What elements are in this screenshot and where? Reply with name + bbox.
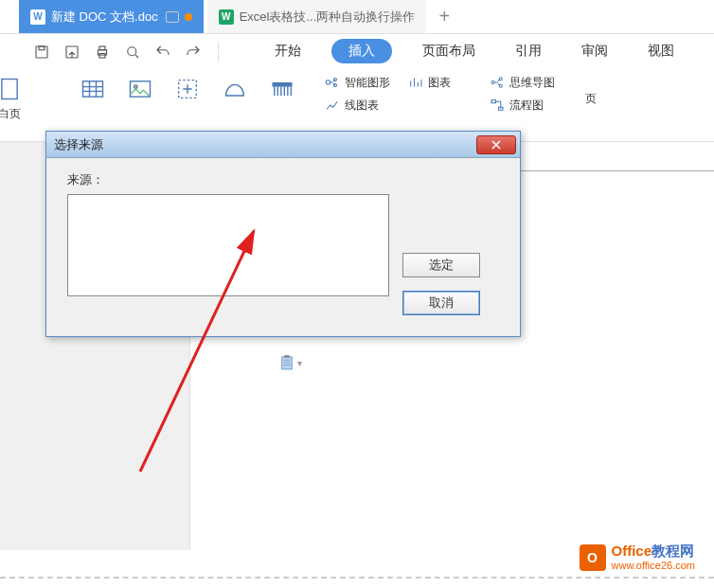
svg-rect-0 [36,46,47,58]
menu-reference[interactable]: 引用 [506,39,551,63]
watermark-title: Office教程网 [612,543,695,560]
ribbon-table[interactable] [78,74,108,104]
tab-label: Excel表格技...两种自动换行操作 [240,9,416,26]
menu-layout[interactable]: 页面布局 [413,39,485,63]
tab-bar: W 新建 DOC 文档.doc W Excel表格技...两种自动换行操作 + [0,0,714,34]
svg-rect-19 [491,100,496,103]
footer-divider [0,577,714,588]
ribbon-chart[interactable]: 图表 [407,74,451,91]
ribbon-smart-shape[interactable]: 智能图形 [324,74,390,91]
paste-options-button[interactable]: ▾ [280,355,302,370]
watermark-logo-icon: O [580,544,606,571]
print-button[interactable] [89,40,116,64]
svg-rect-21 [282,357,293,369]
ribbon-blank-page[interactable]: 白页 [0,74,25,122]
ribbon-picture[interactable] [125,74,155,104]
watermark: O Office教程网 www.office26.com [580,543,695,571]
save-button[interactable] [28,40,55,64]
modified-dot-icon [185,13,192,21]
menu-start[interactable]: 开始 [265,39,311,63]
word-icon: W [30,9,45,25]
ribbon-chart-col: 图表 [407,74,451,91]
svg-rect-1 [39,46,45,50]
tab-inactive-excel[interactable]: W Excel表格技...两种自动换行操作 [207,0,427,33]
menu-review[interactable]: 审阅 [572,39,617,63]
dialog-close-button[interactable] [476,135,516,154]
svg-point-16 [491,81,494,84]
ribbon-page-more[interactable]: 页 [585,74,597,107]
tab-active-doc[interactable]: W 新建 DOC 文档.doc [19,0,204,33]
svg-rect-5 [99,54,105,59]
monitor-icon [166,11,179,23]
tab-status [166,11,192,23]
svg-point-6 [128,47,136,56]
dropdown-arrow-icon: ▾ [297,358,302,368]
svg-point-10 [134,85,138,89]
ribbon-flowchart[interactable]: 流程图 [489,97,555,114]
svg-rect-22 [284,355,289,358]
source-list[interactable] [67,194,389,296]
screenshot-icon [172,74,203,104]
svg-rect-4 [99,46,105,50]
ribbon-screenshot[interactable] [172,74,203,104]
menu-view[interactable]: 视图 [638,39,684,63]
undo-button[interactable] [150,40,176,64]
ribbon-icons[interactable] [267,74,297,104]
source-label: 来源： [67,171,499,188]
close-icon [491,139,502,151]
tab-label: 新建 DOC 文档.doc [51,9,158,26]
svg-point-13 [326,80,330,85]
picture-icon [125,74,155,104]
dialog-title: 选择来源 [54,136,103,153]
cancel-button[interactable]: 取消 [402,291,480,315]
blank-page-icon [0,74,25,104]
redo-button[interactable] [180,40,206,64]
icons-gallery-icon [267,74,297,104]
ribbon-mind-col: 思维导图 流程图 [489,74,555,114]
select-source-dialog: 选择来源 来源： 选定 取消 [45,131,521,337]
excel-icon: W [219,9,234,25]
print-preview-button[interactable] [119,40,146,64]
svg-rect-8 [83,81,103,97]
svg-rect-7 [2,80,17,99]
new-tab-button[interactable]: + [430,0,458,33]
dialog-body: 来源： 选定 取消 [46,158,520,329]
menu-insert[interactable]: 插入 [331,39,392,63]
table-icon [78,74,108,104]
save-as-button[interactable] [59,40,85,64]
divider [218,43,219,62]
ribbon-shapes[interactable] [220,74,250,104]
ribbon-smart-col: 智能图形 线图表 [324,74,390,114]
ribbon-online-chart[interactable]: 线图表 [324,97,390,114]
ribbon-mindmap[interactable]: 思维导图 [489,74,555,91]
shapes-icon [220,74,250,104]
select-button[interactable]: 选定 [402,253,480,277]
svg-rect-12 [273,82,293,87]
watermark-url: www.office26.com [612,560,695,571]
dialog-titlebar[interactable]: 选择来源 [46,132,520,158]
clipboard-icon [280,355,294,370]
